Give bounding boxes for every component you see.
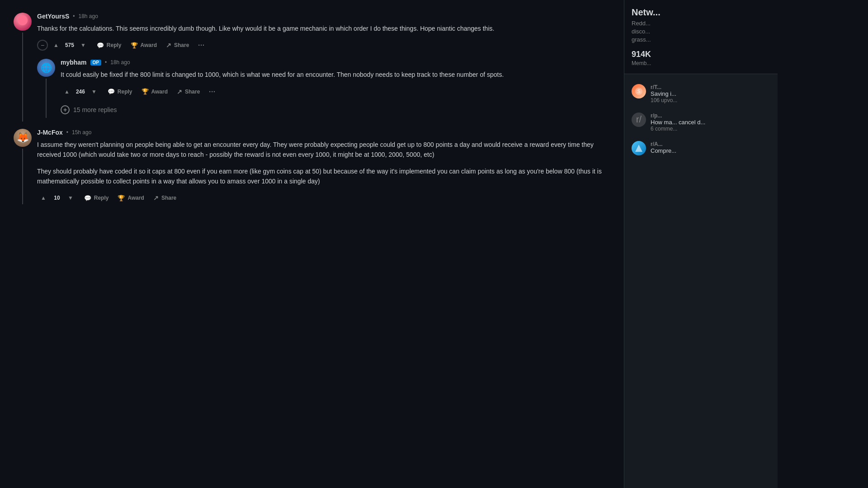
share-btn-jmcfox[interactable]: Share [150, 192, 180, 204]
reply-label-getyours: Reply [107, 42, 122, 48]
sidebar-stat: 914K Memb... [632, 50, 770, 66]
more-replies-mybham[interactable]: 15 more replies [61, 102, 610, 118]
upvote-icon-mybham [64, 89, 70, 95]
feed-icon-2: r/ [632, 113, 646, 127]
feed-subreddit-3: r/A... [651, 141, 770, 147]
feed-subreddit-1: r/T... [651, 84, 770, 90]
share-label-jmcfox: Share [161, 195, 176, 201]
comment-text-mybham: It could easily be fixed if the 800 limi… [61, 70, 610, 80]
feed-meta-1: 106 upvo... [651, 97, 770, 103]
feed-subreddit-icon-3 [634, 144, 643, 153]
vote-count-jmcfox: 10 [52, 195, 61, 201]
time-getyours: 18h ago [79, 13, 98, 19]
share-btn-getyours[interactable]: Share [162, 39, 193, 52]
more-btn-getyours[interactable] [194, 39, 208, 52]
more-btn-mybham[interactable] [205, 85, 219, 98]
sidebar-title: Netw... [632, 7, 722, 18]
award-icon-getyours [131, 42, 138, 49]
share-icon-getyours [166, 42, 171, 49]
svg-text:S: S [637, 89, 641, 94]
comment-getyours-header: GetYoursS • 18h ago [37, 13, 610, 20]
share-btn-mybham[interactable]: Share [173, 85, 203, 98]
share-icon-jmcfox [153, 194, 159, 202]
thread-line-mybham [46, 79, 47, 117]
thread-line-jmcfox [22, 149, 23, 205]
avatar-getyours [14, 13, 32, 31]
feed-content-1: r/T... Saving i... 106 upvo... [651, 84, 770, 103]
feed-content-3: r/A... Compre... [651, 141, 770, 155]
share-label-getyours: Share [174, 42, 189, 48]
more-replies-icon-mybham [61, 105, 70, 114]
upvote-btn-mybham[interactable] [61, 86, 73, 98]
feed-item-1[interactable]: S r/T... Saving i... 106 upvo... [624, 80, 778, 108]
vote-section-mybham: 246 [61, 86, 100, 98]
sidebar-top: Netw... Redd... disco... grass... 914K M… [624, 0, 778, 74]
downvote-btn-jmcfox[interactable] [64, 192, 77, 204]
comment-jmcfox-left: 🦊 [14, 129, 32, 205]
comment-jmcfox-header: J-McFox • 15h ago [37, 129, 610, 136]
comment-actions-mybham: 246 Reply [61, 85, 610, 98]
reply-label-mybham: Reply [118, 89, 132, 95]
comment-mybham-header: mybham OP • 18h ago [61, 59, 610, 66]
feed-title-1: Saving i... [651, 90, 770, 97]
feed-meta-2: 6 comme... [651, 126, 770, 132]
vote-section-getyours: 575 [50, 39, 90, 51]
downvote-icon-jmcfox [68, 195, 73, 201]
reply-icon-jmcfox [84, 195, 91, 202]
upvote-btn-getyours[interactable] [50, 39, 62, 51]
time-jmcfox: 15h ago [72, 129, 91, 136]
members-count: 914K [632, 50, 651, 59]
award-label-mybham: Award [151, 89, 168, 95]
sidebar-feed: S r/T... Saving i... 106 upvo... r/ r/p.… [624, 74, 778, 165]
comment-jmcfox: 🦊 J-McFox • 15h ago I assume they weren'… [14, 125, 610, 208]
collapse-btn-getyours[interactable]: − [37, 40, 48, 51]
downvote-icon-getyours [80, 42, 86, 48]
reply-btn-mybham[interactable]: Reply [104, 85, 136, 98]
upvote-btn-jmcfox[interactable] [37, 192, 50, 204]
feed-item-3[interactable]: r/A... Compre... [624, 136, 778, 160]
feed-subreddit-icon-1: S [634, 87, 643, 96]
more-replies-label: 15 more replies [73, 106, 117, 113]
feed-title-2: How ma... cancel d... [651, 119, 770, 126]
feed-content-2: r/p... How ma... cancel d... 6 comme... [651, 113, 770, 132]
share-icon-mybham [177, 88, 182, 95]
award-label-jmcfox: Award [127, 195, 144, 201]
award-btn-jmcfox[interactable]: Award [114, 192, 147, 204]
sidebar-desc: Redd... disco... grass... [632, 19, 770, 44]
comment-text-jmcfox: I assume they weren't planning on people… [37, 140, 610, 187]
svg-marker-2 [635, 145, 642, 152]
username-mybham: mybham [61, 59, 87, 66]
downvote-btn-mybham[interactable] [88, 86, 100, 98]
more-icon-mybham [209, 88, 216, 95]
timestamp-jmcfox: • [66, 129, 68, 136]
thread-line-getyours [22, 33, 23, 122]
feed-icon-3 [632, 141, 646, 155]
share-label-mybham: Share [185, 89, 200, 95]
plus-icon [63, 106, 67, 113]
reply-label-jmcfox: Reply [94, 195, 109, 201]
award-btn-getyours[interactable]: Award [127, 39, 160, 52]
vote-count-mybham: 246 [76, 89, 85, 95]
reply-icon-getyours [97, 42, 104, 49]
comment-actions-getyours: − 575 Reply [37, 39, 610, 52]
upvote-icon-jmcfox [41, 195, 46, 201]
feed-icon-1: S [632, 84, 646, 99]
main-content: GetYoursS • 18h ago Thanks for the calcu… [0, 0, 624, 488]
op-badge-mybham: OP [90, 60, 101, 66]
award-icon-jmcfox [118, 195, 125, 202]
time-mybham: 18h ago [110, 59, 130, 66]
reply-icon-mybham [108, 88, 115, 95]
comment-getyours-body: GetYoursS • 18h ago Thanks for the calcu… [37, 13, 610, 122]
comment-jmcfox-body: J-McFox • 15h ago I assume they weren't … [37, 129, 610, 205]
feed-subreddit-2: r/p... [651, 113, 770, 119]
comment-actions-jmcfox: 10 Reply Award [37, 192, 610, 204]
reply-btn-getyours[interactable]: Reply [93, 39, 125, 52]
award-btn-mybham[interactable]: Award [138, 85, 171, 98]
avatar-mybham: 🌐 [37, 59, 55, 77]
feed-item-2[interactable]: r/ r/p... How ma... cancel d... 6 comme.… [624, 108, 778, 136]
username-getyours: GetYoursS [37, 13, 69, 20]
reply-btn-jmcfox[interactable]: Reply [80, 192, 113, 204]
more-icon-getyours [198, 42, 205, 49]
downvote-btn-getyours[interactable] [77, 39, 90, 51]
comment-text-getyours: Thanks for the calculations. This seems … [37, 23, 610, 33]
